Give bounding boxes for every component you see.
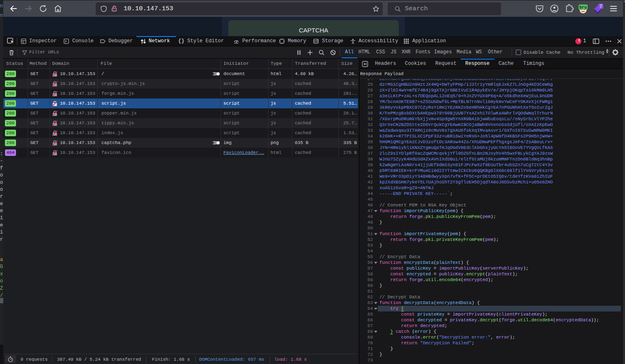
svg-text:7: 7 <box>600 4 602 9</box>
svg-text:bru: bru <box>579 5 587 10</box>
